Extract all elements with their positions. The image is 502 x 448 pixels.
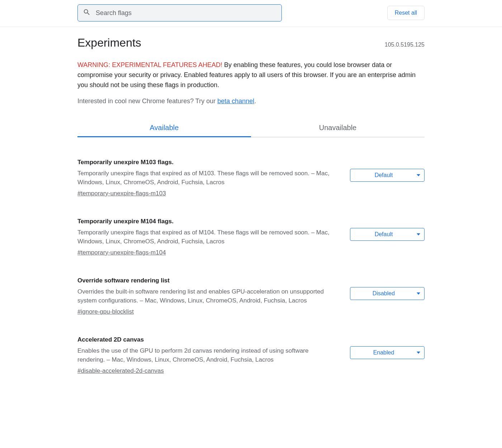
flag-state-select[interactable]: DefaultEnabledDisabled <box>350 228 425 241</box>
flag-item: Temporarily unexpire M103 flags.Temporar… <box>77 159 425 197</box>
flag-select-wrap: DefaultEnabledDisabled <box>350 228 425 241</box>
flag-select-wrap: DefaultEnabledDisabled <box>350 169 425 182</box>
search-box[interactable] <box>77 4 282 22</box>
page-title: Experiments <box>77 36 141 49</box>
beta-channel-link[interactable]: beta channel <box>217 97 254 105</box>
flag-anchor-link[interactable]: #disable-accelerated-2d-canvas <box>77 367 164 375</box>
warning-text: WARNING: EXPERIMENTAL FEATURES AHEAD! By… <box>77 60 425 90</box>
flag-state-select[interactable]: DefaultEnabledDisabled <box>350 346 425 359</box>
select-container: DefaultEnabledDisabled <box>350 228 425 241</box>
beta-line: Interested in cool new Chrome features? … <box>77 97 425 105</box>
select-container: DefaultEnabledDisabled <box>350 346 425 359</box>
flag-state-select[interactable]: DefaultEnabledDisabled <box>350 169 425 182</box>
version-label: 105.0.5195.125 <box>385 42 425 48</box>
header-divider <box>0 27 502 27</box>
flag-item: Accelerated 2D canvasEnables the use of … <box>77 336 425 375</box>
flag-text: Accelerated 2D canvasEnables the use of … <box>77 336 336 375</box>
flag-title: Temporarily unexpire M103 flags. <box>77 159 336 166</box>
flag-text: Temporarily unexpire M104 flags.Temporar… <box>77 218 336 256</box>
select-container: DefaultEnabledDisabled <box>350 169 425 182</box>
select-container: DefaultEnabledDisabled <box>350 287 425 300</box>
flag-anchor-link[interactable]: #temporary-unexpire-flags-m103 <box>77 190 166 197</box>
flag-select-wrap: DefaultEnabledDisabled <box>350 346 425 359</box>
reset-all-button[interactable]: Reset all <box>387 6 425 20</box>
flag-anchor-link[interactable]: #temporary-unexpire-flags-m104 <box>77 249 166 256</box>
flags-list: Temporarily unexpire M103 flags.Temporar… <box>77 137 425 375</box>
flag-description: Temporarily unexpire flags that expired … <box>77 169 336 187</box>
tab-unavailable[interactable]: Unavailable <box>251 119 425 137</box>
flag-select-wrap: DefaultEnabledDisabled <box>350 287 425 300</box>
beta-tail: . <box>254 97 256 105</box>
flag-state-select[interactable]: DefaultEnabledDisabled <box>350 287 425 300</box>
flag-title: Override software rendering list <box>77 277 336 284</box>
flag-description: Overrides the built-in software renderin… <box>77 287 336 305</box>
flag-text: Temporarily unexpire M103 flags.Temporar… <box>77 159 336 197</box>
flag-description: Enables the use of the GPU to perform 2d… <box>77 346 336 364</box>
search-input[interactable] <box>96 9 276 17</box>
search-icon <box>83 8 96 18</box>
tabs: Available Unavailable <box>77 119 425 137</box>
tab-available[interactable]: Available <box>77 119 251 137</box>
flag-description: Temporarily unexpire flags that expired … <box>77 228 336 246</box>
beta-lead: Interested in cool new Chrome features? … <box>77 97 217 105</box>
topbar: Reset all <box>77 0 425 27</box>
warning-prefix: WARNING: EXPERIMENTAL FEATURES AHEAD! <box>77 61 222 68</box>
flag-anchor-link[interactable]: #ignore-gpu-blocklist <box>77 308 134 315</box>
flag-text: Override software rendering listOverride… <box>77 277 336 315</box>
flag-title: Temporarily unexpire M104 flags. <box>77 218 336 225</box>
flag-item: Override software rendering listOverride… <box>77 277 425 315</box>
title-row: Experiments 105.0.5195.125 <box>77 36 425 49</box>
flag-item: Temporarily unexpire M104 flags.Temporar… <box>77 218 425 256</box>
flag-title: Accelerated 2D canvas <box>77 336 336 343</box>
